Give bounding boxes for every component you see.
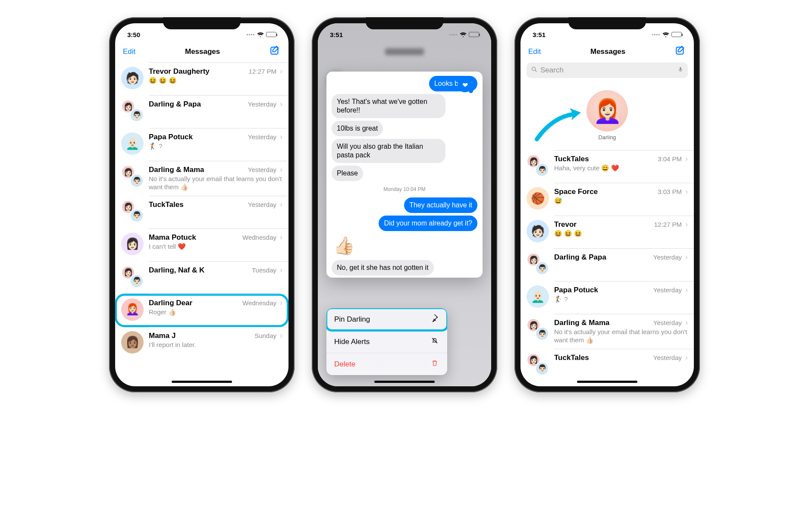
message-bubble-sent: They actually have it: [404, 197, 477, 213]
conversation-name: Mama J: [149, 332, 176, 340]
chevron-right-icon: ›: [685, 353, 688, 362]
edit-button[interactable]: Edit: [528, 47, 541, 56]
message-bubble-received: Yes! That's what we've gotten before!!: [332, 94, 445, 118]
device-frame-3: 3:51 •••• Edit Messages Search: [514, 17, 700, 392]
compose-button[interactable]: [270, 45, 281, 58]
conversation-row[interactable]: 👨🏻‍🦲Papa PotuckYesterday›🏌🏻 ?: [521, 281, 694, 314]
conversation-preview: I can't tell ❤️: [149, 243, 282, 251]
conversation-row[interactable]: 👩🏻👨🏻TuckTales3:04 PM›Haha, very cute 😄 ❤…: [521, 150, 694, 183]
conversation-name: Darling & Papa: [149, 100, 201, 109]
row-content: Papa PotuckYesterday›🏌🏻 ?: [554, 285, 688, 304]
conversation-list[interactable]: 👩🏻👨🏻TuckTales3:04 PM›Haha, very cute 😄 ❤…: [521, 150, 694, 386]
conversation-name: Papa Potuck: [554, 286, 598, 294]
chevron-right-icon: ›: [685, 285, 688, 294]
chevron-right-icon: ›: [280, 298, 282, 307]
message-timestamp: Monday 10:04 PM: [332, 186, 477, 192]
conversation-time: Yesterday: [248, 201, 276, 208]
conversation-preview: No it's actually your email that learns …: [149, 175, 282, 191]
screen-2: 3:51 •••• Looks better ❤︎ Yes! That's wh…: [318, 23, 491, 386]
avatar: 👩🏻👨🏻: [121, 100, 144, 122]
conversation-row[interactable]: 🧑🏻Trevor12:27 PM›😆 😆 😆: [521, 216, 694, 248]
device-frame-2: 3:51 •••• Looks better ❤︎ Yes! That's wh…: [312, 17, 497, 392]
avatar: 👩🏻: [121, 233, 144, 255]
page-title: Messages: [590, 47, 625, 56]
status-right: ••••: [247, 31, 276, 38]
conversation-list[interactable]: 🧑🏻Trevor Daugherty12:27 PM›😆 😆 😆👩🏻👨🏻Darl…: [115, 63, 288, 386]
conversation-time: 3:03 PM: [658, 188, 682, 195]
search-field[interactable]: Search: [527, 63, 688, 78]
menu-item-delete[interactable]: Delete: [326, 353, 447, 375]
conversation-preview: Roger 👍🏻: [149, 308, 282, 316]
thumbs-up-sticker: 👍🏻: [333, 235, 355, 256]
row-content: Trevor12:27 PM›😆 😆 😆: [554, 220, 688, 238]
conversation-row[interactable]: 👩🏻👨🏻TuckTalesYesterday›: [115, 196, 288, 228]
conversation-row[interactable]: 👩🏻Mama PotuckWednesday›I can't tell ❤️: [115, 228, 288, 261]
search-icon: [531, 66, 538, 75]
row-content: TuckTalesYesterday›: [554, 353, 688, 363]
conversation-preview: 🏌🏻 ?: [149, 142, 282, 150]
chevron-right-icon: ›: [280, 165, 282, 174]
message-bubble-received: Please: [332, 166, 363, 181]
conversation-time: Yesterday: [248, 133, 276, 141]
notch: [366, 17, 443, 29]
avatar: 👨🏻‍🦲: [527, 285, 549, 308]
conversation-preview-card[interactable]: Looks better ❤︎ Yes! That's what we've g…: [326, 72, 483, 278]
search-placeholder: Search: [540, 66, 564, 75]
conversation-preview: I'll report in later.: [149, 341, 282, 349]
conversation-row[interactable]: 🧑🏻Trevor Daugherty12:27 PM›😆 😆 😆: [115, 63, 288, 95]
notch: [163, 17, 241, 29]
row-content: Darling DearWednesday›Roger 👍🏻: [149, 298, 282, 316]
conversation-row[interactable]: 👩🏻👨🏻TuckTalesYesterday›: [521, 349, 694, 382]
conversation-row[interactable]: 👩🏽Mama JSunday›I'll report in later.: [115, 327, 288, 360]
pinned-contact[interactable]: 👩🏻‍🦰 Darling: [586, 90, 628, 141]
blurred-nav: [318, 42, 491, 61]
avatar: 🧑🏻: [527, 220, 549, 242]
home-indicator[interactable]: [172, 381, 232, 383]
dictation-icon[interactable]: [677, 66, 684, 75]
avatar: 👩🏻‍🦰: [586, 90, 628, 131]
row-content: Darling & MamaYesterday›No it's actually…: [554, 318, 688, 344]
conversation-name: Papa Potuck: [149, 133, 193, 141]
menu-item-hide-alerts[interactable]: Hide Alerts: [326, 330, 447, 353]
menu-item-pin[interactable]: Pin Darling: [326, 308, 447, 330]
trash-icon: [430, 359, 439, 369]
conversation-name: TuckTales: [554, 155, 589, 163]
message-bubble-received: No, get it she has not gotten it: [332, 260, 434, 275]
row-content: Papa PotuckYesterday›🏌🏻 ?: [149, 132, 282, 150]
conversation-time: Yesterday: [653, 319, 682, 326]
conversation-row[interactable]: 🏀Space Force3:03 PM›😅: [521, 183, 694, 216]
wifi-icon: [257, 31, 264, 38]
compose-button[interactable]: [675, 45, 686, 58]
conversation-row[interactable]: 👩🏻👨🏻Darling & MamaYesterday›No it's actu…: [521, 314, 694, 349]
conversation-row[interactable]: 👩🏻👨🏻Darling, Naf & KTuesday›: [115, 261, 288, 294]
conversation-row[interactable]: 👩🏻👨🏻Darling & PapaYesterday›: [115, 95, 288, 128]
cell-signal-icon: ••••: [449, 32, 458, 37]
conversation-name: Mama Potuck: [149, 233, 196, 242]
conversation-row[interactable]: 👩🏻👨🏻Darling & MamaYesterday›No it's actu…: [115, 161, 288, 196]
conversation-name: Darling & Mama: [554, 319, 609, 327]
chevron-right-icon: ›: [685, 220, 688, 229]
conversation-row[interactable]: 👨🏻‍🦲Papa PotuckYesterday›🏌🏻 ?: [115, 128, 288, 161]
avatar: 👩🏻👨🏻: [121, 266, 144, 288]
conversation-time: 3:04 PM: [658, 155, 682, 163]
page-title: Messages: [185, 47, 220, 56]
home-indicator[interactable]: [374, 381, 435, 383]
screen-3: 3:51 •••• Edit Messages Search: [521, 23, 694, 386]
wifi-icon: [460, 31, 467, 38]
row-content: TuckTalesYesterday›: [149, 200, 282, 210]
conversation-row[interactable]: 👩🏻👨🏻Darling & PapaYesterday›: [521, 248, 694, 281]
avatar: 🧑🏻: [121, 67, 144, 89]
annotation-arrow-icon: [533, 108, 581, 144]
row-content: TuckTales3:04 PM›Haha, very cute 😄 ❤️: [554, 154, 688, 172]
edit-button[interactable]: Edit: [123, 47, 135, 56]
conversation-time: Yesterday: [653, 253, 682, 261]
home-indicator[interactable]: [577, 381, 637, 383]
pin-icon: [430, 314, 439, 324]
chevron-right-icon: ›: [280, 100, 282, 109]
battery-icon: [266, 32, 276, 37]
conversation-name: Space Force: [554, 188, 598, 196]
battery-icon: [469, 32, 479, 37]
conversation-time: 12:27 PM: [654, 221, 682, 228]
conversation-row[interactable]: 👩🏻‍🦰Darling DearWednesday›Roger 👍🏻: [115, 294, 288, 327]
chevron-right-icon: ›: [280, 331, 282, 340]
